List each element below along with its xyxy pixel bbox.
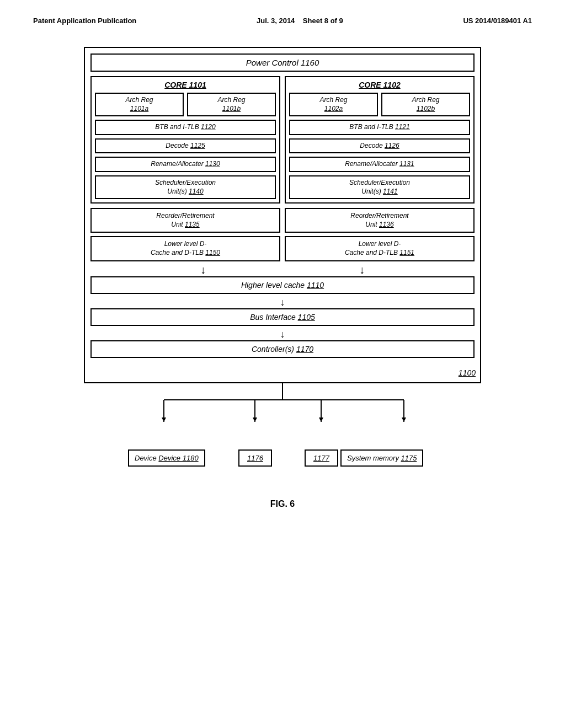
core1-scheduler: Scheduler/ExecutionUnit(s) 1140 <box>95 175 276 199</box>
main-box: Power Control 1160 CORE 1101 Arch Reg110… <box>84 47 481 383</box>
core2-arch-reg-a: Arch Reg1102a <box>289 93 378 116</box>
core2-decode: Decode 1126 <box>289 138 470 154</box>
core2-btb: BTB and I-TLB 1121 <box>289 120 470 135</box>
cores-row: CORE 1101 Arch Reg1101a Arch Reg1101b BT… <box>90 76 475 204</box>
core2-rename: Rename/Allocater 1131 <box>289 157 470 172</box>
svg-marker-8 <box>319 417 323 422</box>
arrow-bus-to-controller: ↓ <box>90 329 475 339</box>
small-box1-wrapper: 1176 <box>238 449 272 467</box>
arrow-down-left: ↓ <box>200 264 206 276</box>
bottom-boxes-row: Device Device 1180 1176 1177 <box>84 449 481 483</box>
shared-components: Higher level cache 1110 ↓ Bus Interface … <box>85 276 480 366</box>
bus-interface-box: Bus Interface 1105 <box>90 308 475 326</box>
device-box-wrapper: Device Device 1180 <box>128 449 205 467</box>
header-left: Patent Application Publication <box>33 17 136 25</box>
core1-decode: Decode 1125 <box>95 138 276 154</box>
core1-arch-reg-a: Arch Reg1101a <box>95 93 184 116</box>
small-box2-wrapper: 1177 <box>305 449 338 467</box>
fig-label: FIG. 6 <box>270 499 295 509</box>
core2-box: CORE 1102 Arch Reg1102a Arch Reg1102b BT… <box>285 76 475 204</box>
diagram-area: Power Control 1160 CORE 1101 Arch Reg110… <box>33 47 532 509</box>
page-header: Patent Application Publication Jul. 3, 2… <box>33 17 532 25</box>
core2-title: CORE 1102 <box>289 81 470 89</box>
reorder-row: Reorder/RetirementUnit 1135 Reorder/Reti… <box>90 208 475 233</box>
connector-svg <box>84 383 481 449</box>
controllers-box: Controller(s) 1170 <box>90 340 475 358</box>
core1-arch-reg-row: Arch Reg1101a Arch Reg1101b <box>95 93 276 116</box>
arrow-down-right: ↓ <box>359 264 365 276</box>
outside-bottom: Device Device 1180 1176 1177 <box>84 383 481 483</box>
core1-title: CORE 1101 <box>95 81 276 89</box>
core2-scheduler: Scheduler/ExecutionUnit(s) 1141 <box>289 175 470 199</box>
core1-btb: BTB and I-TLB 1120 <box>95 120 276 135</box>
lower-cache-arrows: ↓ ↓ <box>90 264 475 276</box>
small-box1: 1176 <box>238 449 272 467</box>
header-center: Jul. 3, 2014 Sheet 8 of 9 <box>257 17 343 25</box>
arrow-higher-to-bus: ↓ <box>90 297 475 307</box>
core1-box: CORE 1101 Arch Reg1101a Arch Reg1101b BT… <box>90 76 280 204</box>
core1-reorder: Reorder/RetirementUnit 1135 <box>90 208 280 233</box>
power-control-box: Power Control 1160 <box>90 53 475 72</box>
core2-arch-reg-row: Arch Reg1102a Arch Reg1102b <box>289 93 470 116</box>
svg-marker-6 <box>162 417 166 422</box>
small-box2: 1177 <box>305 449 338 467</box>
system-memory-box: System memory 1175 <box>340 449 423 467</box>
core2-reorder: Reorder/RetirementUnit 1136 <box>285 208 475 233</box>
core1-lower-cache: Lower level D-Cache and D-TLB 1150 <box>90 236 280 261</box>
page: Patent Application Publication Jul. 3, 2… <box>0 0 565 728</box>
svg-marker-9 <box>402 417 406 422</box>
core1-rename: Rename/Allocater 1130 <box>95 157 276 172</box>
power-control-label: Power Control 1160 <box>246 58 319 67</box>
core1-arch-reg-b: Arch Reg1101b <box>187 93 276 116</box>
lower-cache-row: Lower level D-Cache and D-TLB 1150 Lower… <box>90 236 475 261</box>
svg-marker-7 <box>253 417 257 422</box>
ref-1100: 1100 <box>85 368 480 378</box>
header-right: US 2014/0189401 A1 <box>463 17 532 25</box>
higher-cache-box: Higher level cache 1110 <box>90 276 475 294</box>
core2-lower-cache: Lower level D-Cache and D-TLB 1151 <box>285 236 475 261</box>
system-memory-wrapper: System memory 1175 <box>340 449 423 467</box>
device-box: Device Device 1180 <box>128 449 205 467</box>
core2-arch-reg-b: Arch Reg1102b <box>381 93 470 116</box>
